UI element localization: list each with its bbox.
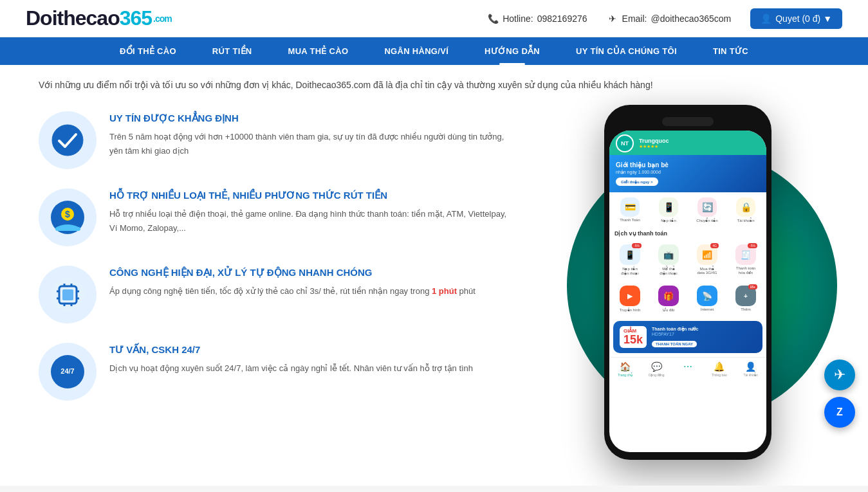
phone-service-internet[interactable]: 📡 Internet: [689, 283, 725, 314]
zalo-icon: Z: [836, 406, 843, 418]
banner-title: Giới thiệu bạn bè: [616, 161, 760, 169]
home-label: Trang chủ: [618, 373, 633, 377]
data-label: Mua thẻdata 3G/4G: [697, 266, 717, 275]
nav-item-tin-tuc[interactable]: TIN TỨC: [695, 37, 766, 65]
nav-item-uy-tin[interactable]: UY TÍN CỦA CHÚNG TÔI: [558, 37, 695, 65]
header: Doithecao365.com 📞 Hotline: 0982169276 ✈…: [0, 0, 868, 37]
more-label: Thêm: [741, 307, 750, 311]
phone-promo-banner: GIẢM 15k Thanh toán điện nước HD5PAY17 T…: [613, 321, 762, 353]
home-icon: 🏠: [620, 361, 631, 372]
phone-service-more[interactable]: +15+ Thêm: [728, 283, 764, 314]
phone-nav-icon-account[interactable]: 🔒 Tài khoản: [728, 197, 764, 223]
community-label: Cộng đồng: [649, 373, 665, 377]
feature-support-text: HỖ TRỢ NHIỀU LOẠI THẺ, NHIỀU PHƯƠNG THỨC…: [109, 188, 508, 235]
highlight-text: 1 phút: [432, 286, 457, 296]
phone-bottom-nav: 🏠 Trang chủ 💬 Cộng đồng ⋯ 🔔: [609, 357, 766, 381]
logo[interactable]: Doithecao365.com: [26, 6, 172, 30]
hoadon-label: Thanh toánhóa đơn: [736, 266, 755, 275]
promo-btn[interactable]: THANH TOÁN NGAY: [652, 341, 697, 347]
hotline-item: 📞 Hotline: 0982169276: [487, 13, 587, 24]
zalo-float-btn[interactable]: Z: [824, 397, 855, 428]
feature-trust: UY TÍN ĐƯỢC KHẲNG ĐỊNH Trên 5 năm hoạt đ…: [39, 111, 508, 169]
telegram-float-btn[interactable]: ✈: [824, 360, 855, 390]
promo-code: HD5PAY17: [652, 332, 756, 336]
uudai-label: Ưu đãi: [663, 307, 674, 312]
nav-item-mua-the-cao[interactable]: MUA THẺ CÀO: [270, 37, 367, 65]
mothe-label: Mở thẻđiện thoại: [660, 266, 677, 275]
email-item: ✈ Email: @doithecao365com: [607, 13, 732, 24]
feature-support-title: HỖ TRỢ NHIỀU LOẠI THẺ, NHIỀU PHƯƠNG THỨC…: [109, 188, 508, 202]
giam-value: 15k: [623, 334, 643, 345]
banner-sub: nhận ngày 1.000.000đ: [616, 170, 760, 175]
header-contact: 📞 Hotline: 0982169276 ✈ Email: @doitheca…: [487, 8, 842, 29]
notification-icon: 🔔: [714, 361, 725, 372]
data-icon: 📶4G: [697, 244, 717, 265]
feature-tech-title: CÔNG NGHỆ HIỆN ĐẠI, XỬ LÝ TỰ ĐỘNG NHANH …: [109, 266, 476, 279]
intro-text: Với những ưu điểm nổi trội và tối ưu so …: [39, 78, 829, 92]
phone-mockup: NT Trungquoc ★★★★★ Giới thiệu bạn bè nhậ…: [604, 105, 771, 460]
bottom-nav-home[interactable]: 🏠 Trang chủ: [609, 361, 641, 377]
topup-label: Nạp tiền: [661, 218, 676, 223]
features-phone-container: UY TÍN ĐƯỢC KHẲNG ĐỊNH Trên 5 năm hoạt đ…: [39, 111, 829, 460]
user-button[interactable]: 👤 Quyet (0 đ) ▼: [750, 8, 842, 29]
uudai-icon: 🎁: [658, 286, 679, 306]
svg-rect-7: [62, 289, 73, 300]
phone-service-hoadon[interactable]: 🧾-5% Thanh toánhóa đơn: [728, 242, 764, 278]
nav-item-ngan-hang[interactable]: NGÂN HÀNG/VÍ: [366, 37, 466, 65]
phone-service-mothe[interactable]: 📺 Mở thẻđiện thoại: [651, 242, 687, 278]
user-icon: 👤: [761, 14, 771, 24]
naptin-icon: 📱-5%: [620, 244, 640, 265]
bottom-nav-menu[interactable]: ⋯: [672, 361, 704, 377]
data-badge: 4G: [710, 243, 719, 248]
nav-item-doi-the-cao[interactable]: ĐỔI THẺ CÀO: [102, 37, 194, 65]
phone-nav-icon-topup[interactable]: 📱 Nạp tiền: [651, 197, 687, 223]
feature-247-text: TƯ VẤN, CSKH 24/7 Dịch vụ hoạt động xuyê…: [109, 343, 473, 376]
hoadon-badge: -5%: [748, 243, 757, 248]
logo-com: .com: [153, 14, 172, 24]
giam-badge-container: GIẢM 15k: [620, 326, 647, 348]
phone-service-data[interactable]: 📶4G Mua thẻdata 3G/4G: [689, 242, 725, 278]
phone-nav-icons: 💳 Thanh Toán 📱 Nạp tiền 🔄 Chuyển tiền: [609, 192, 766, 228]
bottom-nav-community[interactable]: 💬 Cộng đồng: [641, 361, 672, 377]
feature-247-desc: Dịch vụ hoạt động xuyên suốt 24/7, làm v…: [109, 361, 473, 376]
svg-point-0: [52, 125, 83, 156]
profile-icon: 👤: [745, 361, 756, 372]
logo-text: Doithecao: [26, 6, 120, 30]
svg-text:24/7: 24/7: [60, 367, 74, 375]
feature-support: $ HỖ TRỢ NHIỀU LOẠI THẺ, NHIỀU PHƯƠNG TH…: [39, 188, 508, 246]
account-icon-box: 🔒: [736, 197, 755, 217]
phone-nav-icon-transfer[interactable]: 🔄 Chuyển tiền: [689, 197, 725, 223]
topup-icon-box: 📱: [659, 197, 678, 217]
phone-stars: ★★★★★: [639, 144, 669, 149]
feature-247-title: TƯ VẤN, CSKH 24/7: [109, 343, 473, 356]
hotline-number: 0982169276: [537, 14, 587, 24]
feature-trust-title: UY TÍN ĐƯỢC KHẲNG ĐỊNH: [109, 111, 508, 125]
phone-services-row2: ▶ Truyền hình 🎁 Ưu đãi 📡 Internet: [609, 280, 766, 317]
nav-item-huong-dan[interactable]: HƯỚNG DẪN: [466, 37, 558, 65]
payment-icon-box: 💳: [620, 197, 640, 217]
phone-service-naptin[interactable]: 📱-5% Nạp tiềnđiện thoại: [612, 242, 648, 278]
phone-notch-bar: [662, 117, 714, 126]
features-list: UY TÍN ĐƯỢC KHẲNG ĐỊNH Trên 5 năm hoạt đ…: [39, 111, 521, 401]
nav-item-rut-tien[interactable]: RÚT TIỀN: [194, 37, 270, 65]
tv-icon: ▶: [620, 286, 640, 306]
bottom-nav-notification[interactable]: 🔔 Thông báo: [703, 361, 735, 377]
phone-avatar: NT: [616, 134, 634, 152]
transfer-label: Chuyển tiền: [696, 218, 717, 223]
tv-label: Truyền hình: [620, 307, 640, 312]
phone-status-bar: NT Trungquoc ★★★★★: [609, 131, 766, 155]
community-icon: 💬: [651, 361, 662, 372]
phone-service-tv[interactable]: ▶ Truyền hình: [612, 283, 648, 314]
phone-service-uudai[interactable]: 🎁 Ưu đãi: [651, 283, 687, 314]
phone-services-row1: 📱-5% Nạp tiềnđiện thoại 📺 Mở thẻđiện tho…: [609, 239, 766, 280]
feature-trust-text: UY TÍN ĐƯỢC KHẲNG ĐỊNH Trên 5 năm hoạt đ…: [109, 111, 508, 158]
telegram-icon: ✈: [607, 13, 618, 24]
bottom-nav-profile[interactable]: 👤 Tài khoản: [735, 361, 766, 377]
menu-icon: ⋯: [683, 361, 692, 372]
more-icon: +15+: [735, 286, 756, 306]
phone-area: NT Trungquoc ★★★★★ Giới thiệu bạn bè nhậ…: [521, 111, 829, 460]
banner-btn[interactable]: Giới thiệu ngay >: [616, 178, 658, 186]
phone-nav-icon-payment[interactable]: 💳 Thanh Toán: [612, 197, 648, 223]
support247-icon: 24/7: [39, 343, 97, 401]
svg-text:$: $: [65, 209, 70, 219]
